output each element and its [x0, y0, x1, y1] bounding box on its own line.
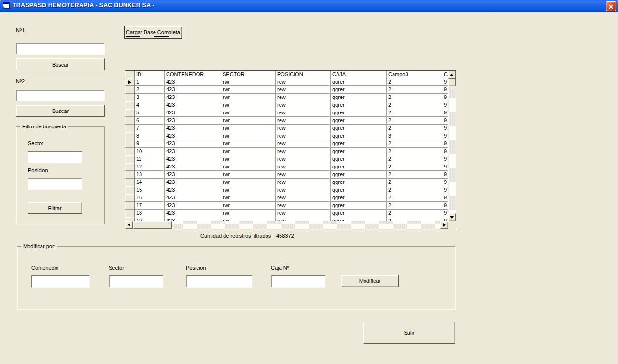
row-selector[interactable] — [125, 86, 135, 94]
table-cell: 2 — [387, 94, 442, 101]
row-selector[interactable] — [125, 140, 135, 148]
table-row[interactable]: 10423rwrrewqqrer29 — [125, 148, 448, 155]
table-cell: qqrer — [331, 171, 387, 179]
salir-label: Salir — [404, 330, 414, 336]
posicion-modify-label: Posicion — [186, 265, 206, 271]
filtered-count-label: Cantidad de registros filtrados — [200, 233, 271, 238]
table-cell: rew — [276, 117, 331, 125]
row-selector[interactable] — [125, 148, 135, 155]
sector-modify-input[interactable] — [109, 275, 163, 288]
table-cell: rew — [276, 125, 331, 132]
table-row[interactable]: 3423rwrrewqqrer29 — [125, 94, 448, 101]
table-cell: 2 — [387, 171, 442, 179]
row-selector[interactable] — [125, 109, 135, 117]
table-row[interactable]: 8423rwrrewqqrer39 — [125, 132, 448, 140]
table-cell: 423 — [165, 194, 221, 202]
table-cell: 423 — [165, 186, 221, 194]
table-cell: rwr — [221, 163, 276, 171]
table-cell: 9 — [442, 101, 448, 109]
table-row[interactable]: 2423rwrrewqqrer29 — [125, 86, 448, 94]
table-row[interactable]: 6423rwrrewqqrer29 — [125, 117, 448, 125]
table-row[interactable]: 14423rwrrewqqrer29 — [125, 179, 448, 186]
filtrar-button[interactable]: Filtrar — [28, 202, 82, 214]
table-cell: 9 — [442, 163, 448, 171]
table-cell: 1 — [135, 78, 165, 86]
table-cell: rwr — [221, 101, 276, 109]
table-cell: rew — [276, 163, 331, 171]
table-cell: 9 — [135, 140, 165, 148]
n1-input[interactable] — [16, 43, 105, 55]
table-row[interactable]: 18423rwrrewqqrer29 — [125, 210, 448, 217]
grid-horizontal-scrollbar[interactable] — [125, 221, 448, 229]
table-cell: rwr — [221, 171, 276, 179]
arrow-right-icon — [443, 223, 446, 227]
table-cell: 9 — [442, 86, 448, 94]
scroll-left-button[interactable] — [125, 221, 133, 229]
table-cell: rwr — [221, 186, 276, 194]
table-cell: 9 — [442, 194, 448, 202]
table-cell: qqrer — [331, 148, 387, 155]
row-selector[interactable] — [125, 186, 135, 194]
row-selector[interactable] — [125, 101, 135, 109]
table-cell: rwr — [221, 78, 276, 86]
row-selector[interactable] — [125, 163, 135, 171]
row-selector[interactable] — [125, 194, 135, 202]
n2-input[interactable] — [16, 90, 105, 101]
table-cell: qqrer — [331, 210, 387, 217]
buscar-n2-button[interactable]: Buscar — [16, 105, 105, 117]
row-selector[interactable] — [125, 94, 135, 101]
table-cell: 423 — [165, 94, 221, 101]
table-row[interactable]: 9423rwrrewqqrer29 — [125, 140, 448, 148]
vertical-scroll-thumb[interactable] — [448, 79, 456, 86]
table-row[interactable]: 13423rwrrewqqrer29 — [125, 171, 448, 179]
row-selector[interactable] — [125, 179, 135, 186]
scroll-up-button[interactable] — [448, 71, 456, 79]
table-cell: 9 — [442, 140, 448, 148]
cargar-base-completa-button[interactable]: Cargar Base Completa — [124, 26, 182, 39]
row-selector[interactable] — [125, 132, 135, 140]
table-cell: 423 — [165, 217, 221, 221]
posicion-modify-input[interactable] — [186, 275, 252, 288]
salir-button[interactable]: Salir — [363, 322, 455, 344]
table-cell: 9 — [442, 171, 448, 179]
table-row[interactable]: 19423rwrrewqqrer29 — [125, 217, 448, 221]
posicion-filter-input[interactable] — [28, 178, 82, 190]
table-cell: 2 — [387, 186, 442, 194]
sector-filter-input[interactable] — [28, 151, 82, 163]
table-row[interactable]: 15423rwrrewqqrer29 — [125, 186, 448, 194]
table-row[interactable]: 7423rwrrewqqrer29 — [125, 125, 448, 132]
row-selector[interactable] — [125, 202, 135, 210]
grid-header-row: IDCONTENEDORSECTORPOSICIONCAJACampo3C — [125, 71, 448, 78]
table-row[interactable]: 5423rwrrewqqrer29 — [125, 109, 448, 117]
table-cell: 2 — [387, 101, 442, 109]
row-selector[interactable] — [125, 125, 135, 132]
caja-input[interactable] — [271, 275, 325, 288]
contenedor-input[interactable] — [31, 275, 90, 288]
table-row[interactable]: 16423rwrrewqqrer29 — [125, 194, 448, 202]
data-grid[interactable]: IDCONTENEDORSECTORPOSICIONCAJACampo3C 14… — [125, 70, 456, 229]
row-selector[interactable] — [125, 171, 135, 179]
table-cell: qqrer — [331, 140, 387, 148]
row-selector[interactable] — [125, 217, 135, 221]
row-selector[interactable] — [125, 117, 135, 125]
scroll-down-button[interactable] — [448, 213, 456, 221]
horizontal-scroll-thumb[interactable] — [133, 221, 172, 229]
arrow-left-icon — [128, 223, 130, 227]
grid-vertical-scrollbar[interactable] — [448, 71, 456, 221]
table-row[interactable]: 17423rwrrewqqrer29 — [125, 202, 448, 210]
row-selector[interactable] — [125, 210, 135, 217]
table-row[interactable]: 4423rwrrewqqrer29 — [125, 101, 448, 109]
title-bar: TRASPASO HEMOTERAPIA - SAC BUNKER SA - — [0, 0, 618, 12]
row-selector[interactable] — [125, 155, 135, 163]
scroll-right-button[interactable] — [440, 221, 448, 229]
buscar-n1-button[interactable]: Buscar — [16, 58, 105, 70]
table-cell: 423 — [165, 148, 221, 155]
modificar-button[interactable]: Modificar — [341, 275, 399, 287]
table-cell: 2 — [387, 125, 442, 132]
table-row[interactable]: 11423rwrrewqqrer29 — [125, 155, 448, 163]
row-selector[interactable] — [125, 78, 135, 86]
close-button[interactable] — [606, 1, 616, 11]
table-row[interactable]: 1423rwrrewqqrer29 — [125, 78, 448, 86]
table-row[interactable]: 12423rwrrewqqrer29 — [125, 163, 448, 171]
table-cell: 11 — [135, 155, 165, 163]
